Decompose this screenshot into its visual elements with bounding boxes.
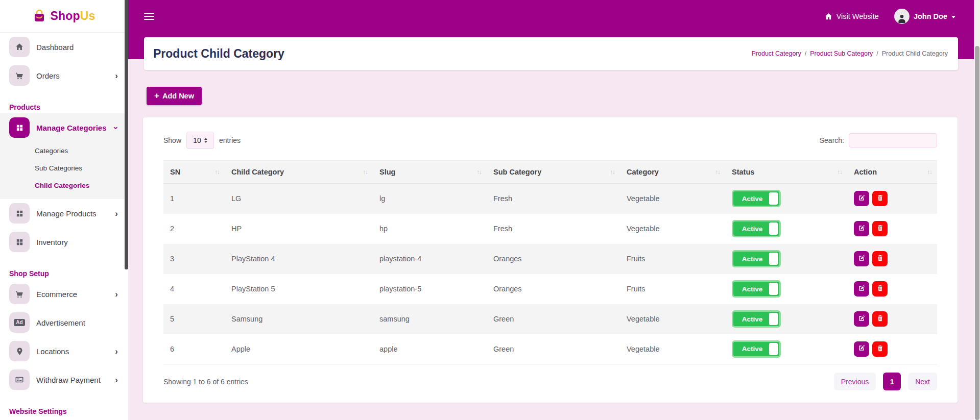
edit-button[interactable]: [854, 221, 869, 236]
column-header-sn[interactable]: SN↑↓: [163, 161, 225, 184]
cell-status: Active: [725, 214, 847, 244]
edit-button[interactable]: [854, 251, 869, 266]
next-button[interactable]: Next: [908, 373, 937, 390]
edit-icon: [857, 224, 866, 234]
show-label: Show: [163, 136, 181, 144]
sidebar-scrollbar[interactable]: [125, 0, 128, 269]
edit-icon: [857, 314, 866, 324]
table-row: 6AppleappleGreenVegetableActive: [163, 334, 937, 364]
status-toggle[interactable]: Active: [732, 190, 781, 207]
column-header-child-category[interactable]: Child Category↑↓: [225, 161, 373, 184]
sidebar-section-products: Products: [0, 101, 128, 113]
page-size-select[interactable]: 10: [186, 132, 214, 149]
cell-child-category: PlayStation 4: [225, 244, 373, 274]
column-header-action[interactable]: Action↑↓: [847, 161, 937, 184]
sidebar-item-advertisement[interactable]: AdAdvertisement: [0, 308, 128, 337]
cell-action: [847, 274, 937, 304]
sidebar-item-manage-categories[interactable]: Manage Categories›: [0, 113, 128, 142]
main-area: Visit Website John Doe Product Child Cat…: [128, 0, 980, 420]
cell-action: [847, 244, 937, 274]
column-label: Action: [854, 168, 877, 176]
cell-status: Active: [725, 334, 847, 364]
breadcrumb-item-product-sub-category[interactable]: Product Sub Category: [810, 50, 873, 57]
sidebar-item-label: Manage Products: [36, 209, 97, 218]
cell-sub-category: Fresh: [487, 184, 620, 214]
sidebar-subitem-child-categories[interactable]: Child Categories: [0, 177, 128, 194]
sidebar-subitem-categories[interactable]: Categories: [0, 142, 128, 159]
breadcrumb-separator: /: [805, 50, 806, 57]
add-new-label: Add New: [162, 92, 194, 100]
delete-button[interactable]: [872, 221, 888, 236]
column-header-status[interactable]: Status↑↓: [725, 161, 847, 184]
sidebar-subitem-sub-categories[interactable]: Sub Categories: [0, 159, 128, 177]
cell-sn: 1: [163, 184, 225, 214]
cell-status: Active: [725, 304, 847, 334]
delete-button[interactable]: [872, 311, 888, 327]
visit-website-link[interactable]: Visit Website: [824, 12, 879, 21]
sidebar-item-manage-products[interactable]: Manage Products›: [0, 199, 128, 228]
trash-icon: [876, 314, 884, 324]
page-number-button[interactable]: 1: [883, 373, 901, 390]
cell-child-category: Apple: [225, 334, 373, 364]
credit-card-icon: [9, 369, 30, 390]
status-label: Active: [742, 315, 771, 323]
status-toggle[interactable]: Active: [732, 310, 781, 328]
sidebar-item-ecommerce[interactable]: Ecommerce›: [0, 280, 128, 308]
edit-button[interactable]: [854, 311, 869, 327]
column-label: Category: [627, 168, 659, 176]
entries-info: Showing 1 to 6 of 6 entries: [163, 378, 248, 386]
edit-button[interactable]: [854, 191, 869, 206]
chevron-down-icon: ›: [112, 126, 121, 129]
cell-status: Active: [725, 244, 847, 274]
sort-icon: ↑↓: [838, 169, 843, 175]
table-row: 4PlayStation 5playstation-5OrangesFruits…: [163, 274, 937, 304]
sort-icon: ↑↓: [610, 169, 615, 175]
status-toggle[interactable]: Active: [732, 250, 781, 267]
cell-action: [847, 334, 937, 364]
user-name: John Doe: [914, 12, 947, 20]
sidebar-item-label: Manage Categories: [36, 123, 107, 132]
cell-child-category: PlayStation 5: [225, 274, 373, 304]
cell-sn: 3: [163, 244, 225, 274]
edit-button[interactable]: [854, 281, 869, 297]
cell-slug: hp: [373, 214, 487, 244]
sidebar-item-inventory[interactable]: Inventory: [0, 228, 128, 256]
status-toggle[interactable]: Active: [732, 280, 781, 298]
cell-sn: 4: [163, 274, 225, 304]
column-header-slug[interactable]: Slug↑↓: [373, 161, 487, 184]
cell-child-category: LG: [225, 184, 373, 214]
page-scrollbar[interactable]: [974, 0, 980, 420]
edit-button[interactable]: [854, 341, 869, 357]
search-input[interactable]: [849, 133, 937, 147]
cell-sn: 5: [163, 304, 225, 334]
sidebar-item-label: Orders: [36, 71, 60, 80]
brand-logo[interactable]: ShopUs: [0, 0, 128, 33]
delete-button[interactable]: [872, 281, 888, 297]
sidebar-item-orders[interactable]: Orders›: [0, 61, 128, 90]
sort-icon: ↑↓: [927, 169, 933, 175]
add-new-button[interactable]: + Add New: [147, 87, 202, 105]
user-menu[interactable]: John Doe: [894, 9, 955, 24]
chevron-right-icon: ›: [115, 209, 118, 218]
page-scrollbar-thumb[interactable]: [975, 46, 979, 420]
delete-button[interactable]: [872, 191, 888, 206]
breadcrumb-item-product-category[interactable]: Product Category: [752, 50, 801, 57]
sidebar-item-label: Inventory: [36, 238, 68, 246]
status-toggle[interactable]: Active: [732, 220, 781, 237]
sidebar-item-label: Locations: [36, 347, 69, 356]
menu-toggle-button[interactable]: [144, 11, 154, 22]
column-header-category[interactable]: Category↑↓: [620, 161, 725, 184]
delete-button[interactable]: [872, 341, 888, 357]
previous-button[interactable]: Previous: [834, 373, 876, 390]
sidebar-item-dashboard[interactable]: Dashboard: [0, 33, 128, 61]
pagination: Previous 1 Next: [834, 373, 937, 390]
sidebar-item-withdraw-payment[interactable]: Withdraw Payment›: [0, 365, 128, 394]
column-header-sub-category[interactable]: Sub Category↑↓: [487, 161, 620, 184]
status-toggle[interactable]: Active: [732, 340, 781, 358]
edit-icon: [857, 254, 866, 264]
table-row: 2HPhpFreshVegetableActive: [163, 214, 937, 244]
table-row: 5SamsungsamsungGreenVegetableActive: [163, 304, 937, 334]
cell-sn: 2: [163, 214, 225, 244]
sidebar-item-locations[interactable]: Locations›: [0, 337, 128, 365]
delete-button[interactable]: [872, 251, 888, 266]
